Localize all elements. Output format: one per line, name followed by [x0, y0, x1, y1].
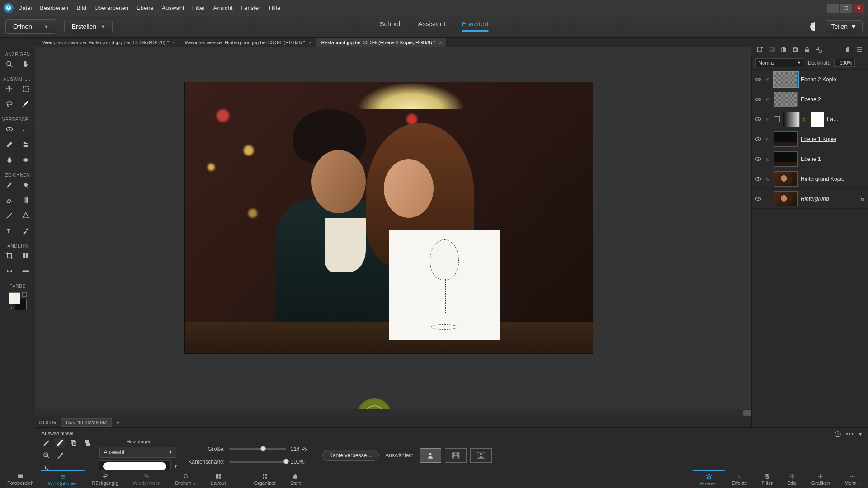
swap-colors-icon[interactable]: ⇄: [9, 306, 13, 310]
stack-preset-icon[interactable]: [82, 438, 92, 448]
layer-row[interactable]: ⎋ Ebene 1 Kopie: [752, 129, 868, 149]
menu-bearbeiten[interactable]: Bearbeiten: [40, 5, 68, 11]
recompose-tool-icon[interactable]: [20, 250, 31, 261]
menu-ebene[interactable]: Ebene: [137, 5, 154, 11]
mask-thumbnail[interactable]: [811, 112, 824, 127]
document-tab[interactable]: Weinglas schwarzer Hintergrund.jpg bei 3…: [38, 38, 180, 47]
lock-icon[interactable]: [803, 46, 811, 54]
eyedropper-tool-icon[interactable]: [20, 225, 31, 236]
help-icon[interactable]: ?: [834, 431, 841, 438]
hardness-slider[interactable]: [229, 461, 286, 463]
document-info[interactable]: Dok: 13,8M/39,9M: [61, 418, 112, 427]
document-tab[interactable]: Weinglas weisser Hintergrund.jpg bei 33,…: [180, 38, 317, 47]
mode-assistent[interactable]: Assistent: [418, 20, 446, 32]
layer-thumbnail[interactable]: [774, 131, 798, 147]
slider-knob[interactable]: [260, 446, 266, 451]
effekte-tab[interactable]: fxEffekte: [725, 470, 755, 488]
collapse-icon[interactable]: ▾: [859, 431, 862, 437]
link-icon[interactable]: ⎋: [764, 76, 771, 83]
default-colors-icon[interactable]: [22, 292, 27, 297]
info-chevron-icon[interactable]: ▸: [117, 419, 120, 425]
brush-main-icon[interactable]: [42, 438, 52, 448]
close-tab-icon[interactable]: ×: [309, 40, 311, 45]
magic-wand-icon[interactable]: [55, 450, 65, 460]
size-slider[interactable]: [229, 448, 286, 450]
foreground-color-swatch[interactable]: [9, 292, 20, 304]
crop-tool-icon[interactable]: [4, 250, 15, 261]
close-tab-icon[interactable]: ×: [439, 40, 442, 45]
link-icon[interactable]: ⎋: [764, 136, 771, 142]
lock-icon[interactable]: [858, 195, 865, 202]
menu-filter[interactable]: Filter: [192, 5, 205, 11]
blend-mode-select[interactable]: Normal▼: [755, 58, 804, 67]
layer-thumbnail[interactable]: [783, 112, 800, 127]
menu-auswahl[interactable]: Auswahl: [162, 5, 184, 11]
link-icon[interactable]: ⎋: [764, 176, 771, 182]
layer-group-icon[interactable]: [768, 46, 776, 54]
slider-knob[interactable]: [283, 459, 289, 464]
mask-link-icon[interactable]: ⎌: [802, 117, 808, 122]
healing-tool-icon[interactable]: [4, 139, 15, 150]
create-button[interactable]: Erstellen ▼: [64, 20, 113, 33]
layer-row[interactable]: ⎋ Ebene 2: [752, 89, 868, 109]
layer-name[interactable]: Ebene 2: [801, 96, 821, 103]
hand-tool-icon[interactable]: [20, 59, 31, 70]
open-button[interactable]: Öffnen ▼: [5, 19, 56, 34]
color-swatches[interactable]: ⇄: [9, 292, 27, 310]
document-tab[interactable]: Restaurant.jpg bei 33,3% (Ebene 2 Kopie,…: [316, 38, 447, 47]
link-icon[interactable]: ⎋: [764, 96, 771, 103]
visibility-icon[interactable]: [755, 116, 762, 123]
layer-name[interactable]: Fa…: [827, 116, 839, 122]
select-background-button[interactable]: [445, 448, 467, 463]
visibility-icon[interactable]: [755, 76, 762, 83]
organizer-button[interactable]: Organizer: [246, 470, 283, 488]
hardness-value[interactable]: 100%: [291, 459, 316, 465]
text-tool-icon[interactable]: T: [4, 225, 15, 236]
zoom-in-icon[interactable]: [42, 450, 52, 460]
menu-datei[interactable]: Datei: [18, 5, 32, 11]
ebenen-tab[interactable]: Ebenen: [693, 470, 725, 488]
maximize-button[interactable]: ▢: [840, 4, 852, 13]
canvas-area[interactable]: ＋ 33,33% Dok: 13,8M/39,9M ▸: [35, 47, 751, 427]
chevron-down-icon[interactable]: ▼: [44, 24, 48, 29]
more-icon[interactable]: •••: [846, 431, 854, 437]
minimize-button[interactable]: —: [827, 4, 839, 13]
menu-hilfe[interactable]: Hilfe: [269, 5, 280, 11]
gradient-tool-icon[interactable]: [20, 195, 31, 206]
document-canvas[interactable]: [184, 82, 593, 354]
close-tab-icon[interactable]: ×: [172, 40, 175, 45]
selection-brush-tool-icon[interactable]: [20, 99, 31, 110]
mehr-tab[interactable]: Mehr▼: [837, 470, 868, 488]
link-layers-icon[interactable]: [815, 46, 823, 54]
chevron-down-icon[interactable]: ▼: [101, 24, 105, 29]
scrollbar-thumb[interactable]: [743, 410, 751, 416]
theme-toggle-icon[interactable]: [810, 22, 819, 31]
marquee-tool-icon[interactable]: [20, 84, 31, 94]
lasso-tool-icon[interactable]: [4, 99, 15, 110]
link-icon[interactable]: ⎋: [764, 156, 771, 162]
horizontal-scrollbar[interactable]: [35, 409, 751, 417]
layer-preset-icon[interactable]: [69, 438, 79, 448]
close-button[interactable]: ✕: [853, 4, 864, 13]
visibility-icon[interactable]: [755, 155, 762, 163]
fotobereich-button[interactable]: Fotobereich: [0, 470, 41, 488]
redo-button[interactable]: Wiederholen: [126, 470, 168, 488]
brush-tool-icon[interactable]: [4, 179, 15, 190]
redeye-tool-icon[interactable]: [4, 124, 15, 135]
move-tool-icon[interactable]: [4, 84, 15, 94]
refine-edge-button[interactable]: Kante verbesse…: [322, 450, 379, 461]
layer-thumbnail[interactable]: [774, 191, 798, 206]
size-value[interactable]: 114 Px: [291, 446, 316, 452]
layer-name[interactable]: Hintergrund Kopie: [801, 176, 844, 182]
wz-optionen-button[interactable]: WZ-Optionen: [41, 470, 85, 488]
delete-layer-icon[interactable]: [844, 46, 852, 54]
layer-row[interactable]: ⎋ Hintergrund Kopie: [752, 169, 868, 189]
mode-schnell[interactable]: Schnell: [379, 20, 401, 32]
content-move-tool-icon[interactable]: [4, 266, 15, 277]
layer-thumbnail[interactable]: [774, 171, 798, 187]
panel-menu-icon[interactable]: [855, 46, 863, 54]
rotate-button[interactable]: Drehen▼: [168, 470, 203, 488]
brush-variant-icon[interactable]: [55, 438, 65, 448]
share-button[interactable]: Teilen ▼: [826, 20, 863, 33]
mode-erweitert[interactable]: Erweitert: [462, 20, 488, 32]
